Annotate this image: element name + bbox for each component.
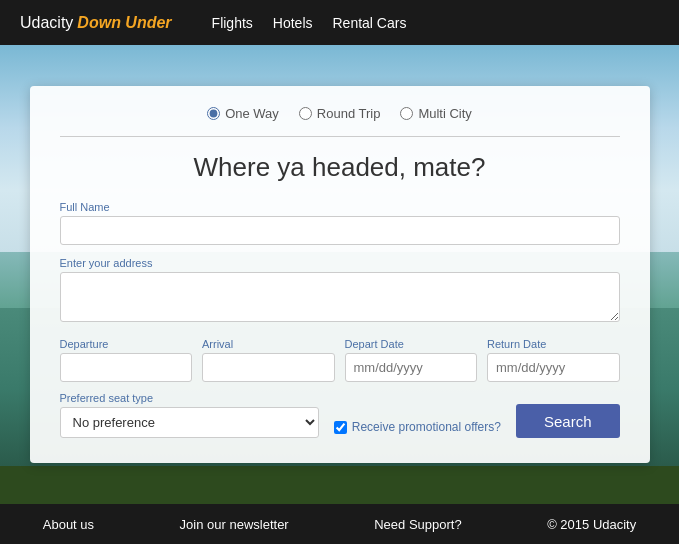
departure-group: Departure <box>60 338 193 382</box>
form-card: One Way Round Trip Multi City Where ya h… <box>30 86 650 463</box>
footer-about[interactable]: About us <box>43 517 94 532</box>
main-nav: Flights Hotels Rental Cars <box>212 15 407 31</box>
footer-copyright: © 2015 Udacity <box>547 517 636 532</box>
trip-round-trip[interactable]: Round Trip <box>299 106 381 121</box>
full-name-input[interactable] <box>60 216 620 245</box>
logo: Udacity Down Under <box>20 14 172 32</box>
footer-newsletter[interactable]: Join our newsletter <box>180 517 289 532</box>
address-group: Enter your address <box>60 257 620 326</box>
bg-grass <box>0 466 679 504</box>
return-date-group: Return Date <box>487 338 620 382</box>
departure-input[interactable] <box>60 353 193 382</box>
route-date-row: Departure Arrival Depart Date Return Dat… <box>60 338 620 382</box>
header: Udacity Down Under Flights Hotels Rental… <box>0 0 679 45</box>
trip-one-way[interactable]: One Way <box>207 106 279 121</box>
full-name-group: Full Name <box>60 201 620 245</box>
nav-flights[interactable]: Flights <box>212 15 253 31</box>
footer-support[interactable]: Need Support? <box>374 517 461 532</box>
radio-one-way[interactable] <box>207 107 220 120</box>
nav-hotels[interactable]: Hotels <box>273 15 313 31</box>
arrival-input[interactable] <box>202 353 335 382</box>
arrival-label: Arrival <box>202 338 335 350</box>
trip-multi-city[interactable]: Multi City <box>400 106 471 121</box>
arrival-group: Arrival <box>202 338 335 382</box>
trip-multi-city-label: Multi City <box>418 106 471 121</box>
promo-group: Receive promotional offers? <box>334 420 501 438</box>
form-bottom-row: Preferred seat type No preference Receiv… <box>60 392 620 438</box>
return-date-input[interactable] <box>487 353 620 382</box>
depart-date-label: Depart Date <box>345 338 478 350</box>
address-input[interactable] <box>60 272 620 322</box>
full-name-label: Full Name <box>60 201 620 213</box>
trip-round-trip-label: Round Trip <box>317 106 381 121</box>
nav-rental-cars[interactable]: Rental Cars <box>333 15 407 31</box>
trip-type-row: One Way Round Trip Multi City <box>60 106 620 121</box>
main-background: One Way Round Trip Multi City Where ya h… <box>0 45 679 504</box>
radio-multi-city[interactable] <box>400 107 413 120</box>
logo-udacity: Udacity <box>20 14 73 32</box>
departure-label: Departure <box>60 338 193 350</box>
promo-label: Receive promotional offers? <box>352 420 501 434</box>
depart-date-input[interactable] <box>345 353 478 382</box>
logo-down-under: Down Under <box>77 14 171 32</box>
address-label: Enter your address <box>60 257 620 269</box>
footer: About us Join our newsletter Need Suppor… <box>0 504 679 544</box>
search-button[interactable]: Search <box>516 404 620 438</box>
divider <box>60 136 620 137</box>
promo-checkbox[interactable] <box>334 421 347 434</box>
seat-group: Preferred seat type No preference <box>60 392 319 438</box>
return-date-label: Return Date <box>487 338 620 350</box>
radio-round-trip[interactable] <box>299 107 312 120</box>
trip-one-way-label: One Way <box>225 106 279 121</box>
form-heading: Where ya headed, mate? <box>60 152 620 183</box>
seat-type-label: Preferred seat type <box>60 392 319 404</box>
seat-type-select[interactable]: No preference <box>60 407 319 438</box>
depart-date-group: Depart Date <box>345 338 478 382</box>
